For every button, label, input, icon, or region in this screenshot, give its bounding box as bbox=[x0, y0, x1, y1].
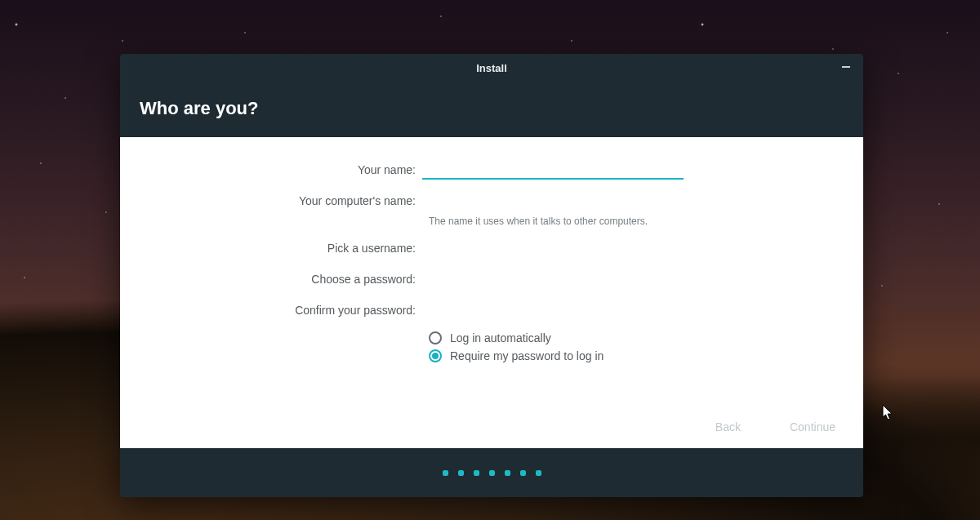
radio-unchecked-icon bbox=[429, 331, 442, 344]
minimize-icon[interactable] bbox=[842, 66, 850, 68]
form-content: Your name: Your computer's name: The nam… bbox=[120, 137, 863, 448]
your-name-input[interactable] bbox=[422, 160, 684, 180]
progress-dot bbox=[443, 470, 448, 476]
computer-name-input[interactable] bbox=[422, 191, 684, 211]
continue-button[interactable]: Continue bbox=[790, 420, 835, 433]
progress-dot bbox=[505, 470, 510, 476]
username-input[interactable] bbox=[422, 238, 684, 258]
progress-dot bbox=[474, 470, 479, 476]
window-titlebar[interactable]: Install bbox=[120, 54, 863, 82]
login-auto-label: Log in automatically bbox=[450, 331, 551, 344]
login-auto-radio[interactable]: Log in automatically bbox=[429, 331, 863, 344]
window-title: Install bbox=[476, 62, 507, 74]
username-label: Pick a username: bbox=[120, 242, 422, 255]
page-heading: Who are you? bbox=[120, 82, 863, 137]
progress-dot bbox=[536, 470, 541, 476]
your-name-label: Your name: bbox=[120, 163, 422, 176]
back-button[interactable]: Back bbox=[715, 420, 741, 433]
computer-name-label: Your computer's name: bbox=[120, 194, 422, 207]
installer-window: Install Who are you? Your name: Your com… bbox=[120, 54, 863, 497]
radio-dot-icon bbox=[432, 353, 439, 359]
login-options-group: Log in automatically Require my password… bbox=[429, 331, 863, 362]
radio-checked-icon bbox=[429, 349, 442, 362]
confirm-password-label: Confirm your password: bbox=[120, 304, 422, 317]
password-label: Choose a password: bbox=[120, 273, 422, 286]
progress-dots bbox=[120, 448, 863, 497]
computer-name-hint: The name it uses when it talks to other … bbox=[429, 216, 731, 227]
progress-dot bbox=[520, 470, 526, 476]
progress-dot bbox=[489, 470, 495, 476]
wizard-actions: Back Continue bbox=[715, 420, 835, 433]
password-input[interactable] bbox=[422, 269, 684, 289]
progress-dot bbox=[458, 470, 464, 476]
confirm-password-input[interactable] bbox=[422, 300, 684, 320]
login-require-label: Require my password to log in bbox=[450, 349, 604, 362]
login-require-password-radio[interactable]: Require my password to log in bbox=[429, 349, 863, 362]
